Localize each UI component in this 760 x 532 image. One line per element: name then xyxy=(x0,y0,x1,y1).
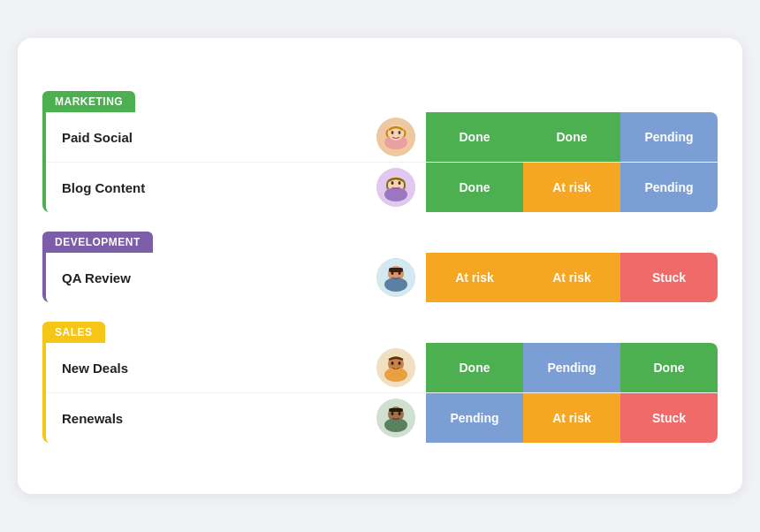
svg-rect-16 xyxy=(389,268,403,272)
group-header-development: DEVELOPMENT xyxy=(42,232,153,253)
avatar xyxy=(376,168,415,207)
status-badge[interactable]: Done xyxy=(426,112,523,162)
svg-point-9 xyxy=(391,181,394,185)
row-statuses: DoneAt riskPending xyxy=(426,163,718,212)
status-badge[interactable]: Done xyxy=(426,343,523,392)
status-badge[interactable]: At risk xyxy=(523,253,620,302)
svg-point-19 xyxy=(384,368,407,382)
row-label-renewals: Renewals xyxy=(46,393,376,443)
status-badge[interactable]: Done xyxy=(620,343,718,392)
avatar xyxy=(376,348,415,387)
svg-point-10 xyxy=(399,181,401,185)
avatar xyxy=(376,399,415,437)
svg-point-25 xyxy=(391,412,394,415)
avatar xyxy=(376,258,415,297)
table-row[interactable]: Blog Content DoneAt riskPending xyxy=(46,163,718,212)
group-body-sales: New Deals DonePendingDoneRenewals Pendin… xyxy=(42,343,718,443)
row-statuses: DonePendingDone xyxy=(426,343,718,392)
status-badge[interactable]: Pending xyxy=(426,393,523,443)
status-badge[interactable]: Done xyxy=(426,163,523,212)
svg-point-13 xyxy=(384,277,407,292)
group-marketing: MARKETINGPaid Social DoneDonePendingBlog… xyxy=(42,91,718,212)
svg-rect-27 xyxy=(389,408,403,412)
svg-point-5 xyxy=(399,131,401,134)
group-body-marketing: Paid Social DoneDonePendingBlog Content … xyxy=(42,112,718,212)
svg-point-20 xyxy=(391,361,394,365)
table-row[interactable]: QA Review At riskAt riskStuck xyxy=(46,253,718,302)
status-badge[interactable]: Pending xyxy=(523,343,620,392)
row-label-qa-review: QA Review xyxy=(46,253,376,302)
status-badge[interactable]: Stuck xyxy=(620,253,718,302)
row-label-paid-social: Paid Social xyxy=(46,112,376,162)
row-label-text: QA Review xyxy=(62,270,131,285)
row-label-text: Paid Social xyxy=(62,130,133,145)
row-label-text: Renewals xyxy=(62,411,123,426)
status-badge[interactable]: At risk xyxy=(523,393,620,443)
table-row[interactable]: Paid Social DoneDonePending xyxy=(46,112,718,163)
group-header-sales: SALES xyxy=(42,322,105,343)
group-header-marketing: MARKETING xyxy=(42,91,135,112)
row-statuses: At riskAt riskStuck xyxy=(426,253,718,302)
status-badge[interactable]: At risk xyxy=(523,163,620,212)
table-row[interactable]: Renewals PendingAt riskStuck xyxy=(46,393,718,443)
main-card: MARKETINGPaid Social DoneDonePendingBlog… xyxy=(18,38,742,494)
status-badge[interactable]: Done xyxy=(523,112,620,162)
group-body-development: QA Review At riskAt riskStuck xyxy=(42,253,718,302)
row-label-blog-content: Blog Content xyxy=(46,163,376,212)
status-badge[interactable]: Stuck xyxy=(620,393,718,443)
row-statuses: DoneDonePending xyxy=(426,112,718,162)
group-development: DEVELOPMENTQA Review At riskAt riskStuck xyxy=(42,232,718,302)
status-badge[interactable]: Pending xyxy=(620,112,718,162)
svg-point-4 xyxy=(391,131,394,134)
status-badge[interactable]: Pending xyxy=(620,163,718,212)
table-row[interactable]: New Deals DonePendingDone xyxy=(46,343,718,393)
avatar xyxy=(376,118,415,156)
row-label-text: Blog Content xyxy=(62,180,145,195)
svg-point-21 xyxy=(399,361,401,365)
row-label-new-deals: New Deals xyxy=(46,343,376,392)
svg-point-8 xyxy=(384,187,407,201)
row-statuses: PendingAt riskStuck xyxy=(426,393,718,443)
status-badge[interactable]: At risk xyxy=(426,253,523,302)
svg-point-24 xyxy=(384,418,407,432)
svg-point-26 xyxy=(399,412,401,415)
row-label-text: New Deals xyxy=(62,361,128,376)
group-sales: SALESNew Deals DonePendingDoneRenewals P… xyxy=(42,322,718,443)
